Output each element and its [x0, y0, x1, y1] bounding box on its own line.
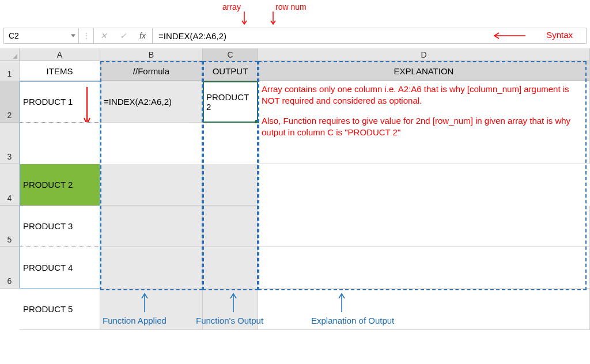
row-header-4[interactable]: 4: [0, 164, 20, 206]
cell-a4[interactable]: PRODUCT 3: [20, 206, 100, 247]
name-box-value: C2: [9, 31, 19, 40]
name-box[interactable]: C2: [4, 28, 79, 43]
table-row: PRODUCT 2: [20, 164, 590, 206]
table-row: PRODUCT 4: [20, 247, 590, 289]
cell-a3[interactable]: PRODUCT 2: [20, 164, 100, 206]
arrow-up-icon: [229, 291, 237, 313]
table-row: PRODUCT 1 =INDEX(A2:A6,2) PRODUCT 2 Arra…: [20, 81, 590, 164]
cell-a6[interactable]: PRODUCT 5: [20, 289, 100, 330]
cell-c4[interactable]: [203, 206, 258, 247]
table-row: PRODUCT 3: [20, 206, 590, 247]
dropdown-icon[interactable]: [71, 35, 75, 37]
row-header-5[interactable]: 5: [0, 206, 20, 247]
row-header-2[interactable]: 2: [0, 81, 20, 123]
column-headers: A B C D: [20, 48, 590, 61]
separator-icon: ⋮: [79, 28, 94, 43]
header-formula[interactable]: //Formula: [100, 61, 203, 81]
label-explanation-output: Explanation of Output: [311, 316, 394, 325]
cell-d4[interactable]: [258, 206, 590, 247]
cell-a2[interactable]: PRODUCT 1: [20, 81, 100, 123]
fx-button[interactable]: fx: [133, 28, 153, 43]
cancel-icon[interactable]: ✕: [94, 28, 114, 43]
col-header-b[interactable]: B: [100, 48, 203, 61]
cell-b3[interactable]: [100, 164, 203, 206]
cell-c5[interactable]: [203, 247, 258, 289]
arrow-down-icon: [241, 12, 248, 26]
cell-c2[interactable]: PRODUCT 2: [203, 81, 258, 123]
select-all-corner[interactable]: [0, 48, 20, 61]
row-headers: 1 2 3 4 5 6: [0, 61, 20, 289]
cell-b5[interactable]: [100, 247, 203, 289]
annotation-rownum-label: row num: [275, 2, 307, 12]
fx-label: fx: [139, 31, 146, 40]
label-function-output: Function's Output: [196, 316, 263, 325]
col-header-a[interactable]: A: [20, 48, 100, 61]
arrow-up-icon: [141, 291, 149, 313]
cell-b2[interactable]: =INDEX(A2:A6,2): [100, 81, 203, 123]
arrow-up-icon: [338, 291, 346, 313]
row-header-1[interactable]: 1: [0, 61, 20, 81]
header-items[interactable]: ITEMS: [20, 61, 100, 81]
enter-icon[interactable]: ✓: [114, 28, 133, 43]
arrow-down-icon: [270, 12, 277, 26]
formula-text: =INDEX(A2:A6,2): [158, 31, 226, 41]
cell-d5[interactable]: [258, 247, 590, 289]
row-header-6[interactable]: 6: [0, 247, 20, 289]
row-header-3[interactable]: 3: [0, 123, 20, 164]
header-output[interactable]: OUTPUT: [203, 61, 258, 81]
arrow-down-icon: [83, 87, 91, 123]
explanation-line-2: Also, Function requires to give value fo…: [262, 115, 586, 139]
col-header-d[interactable]: D: [258, 48, 590, 61]
cell-d6[interactable]: [258, 289, 590, 330]
cells-area: ITEMS //Formula OUTPUT EXPLANATION PRODU…: [20, 61, 590, 330]
label-function-applied: Function Applied: [103, 316, 167, 325]
arrow-left-icon: [491, 31, 525, 40]
cell-b4[interactable]: [100, 206, 203, 247]
annotation-syntax-label: Syntax: [546, 30, 573, 40]
explanation-line-1: Array contains only one column i.e. A2:A…: [262, 84, 586, 107]
cell-d-explanation[interactable]: Array contains only one column i.e. A2:A…: [258, 81, 590, 164]
col-header-c[interactable]: C: [203, 48, 258, 61]
cell-c3[interactable]: [203, 164, 258, 206]
annotation-array-label: array: [222, 2, 241, 12]
cell-a5[interactable]: PRODUCT 4: [20, 247, 100, 289]
cell-value: PRODUCT 1: [23, 97, 73, 107]
header-explanation[interactable]: EXPLANATION: [258, 61, 590, 81]
table-row: ITEMS //Formula OUTPUT EXPLANATION: [20, 61, 590, 81]
